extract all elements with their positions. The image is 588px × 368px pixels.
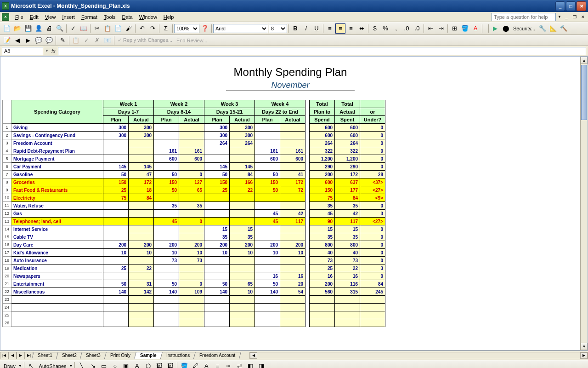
total-plan-cell[interactable]: 600 [310, 124, 335, 132]
total-plan-cell[interactable]: 16 [310, 272, 335, 280]
actual-cell[interactable]: 18 [129, 186, 154, 194]
scroll-thumb[interactable] [581, 65, 587, 120]
plan-cell[interactable]: 140 [204, 288, 230, 296]
table-row[interactable]: 22Miscellaneous1401421401091401014054560… [3, 288, 385, 296]
total-actual-cell[interactable] [335, 296, 360, 304]
plan-cell[interactable]: 140 [103, 288, 129, 296]
actual-cell[interactable]: 42 [280, 210, 305, 218]
total-plan-cell[interactable]: 15 [310, 225, 335, 233]
actual-cell[interactable] [230, 194, 255, 202]
over-under-cell[interactable]: 0 [360, 249, 385, 257]
plan-cell[interactable] [204, 272, 230, 280]
actual-cell[interactable] [179, 163, 204, 171]
category-cell[interactable]: Rapid Debt-Repayment Plan [11, 147, 103, 155]
plan-cell[interactable] [103, 147, 129, 155]
plan-cell[interactable]: 25 [204, 186, 230, 194]
budget-table[interactable]: Spending CategoryWeek 1Week 2Week 3Week … [2, 100, 385, 327]
redo-icon[interactable]: ↷ [147, 23, 158, 34]
actual-cell[interactable] [230, 311, 255, 319]
plan-cell[interactable] [255, 124, 280, 132]
total-plan-cell[interactable] [310, 296, 335, 304]
plan-cell[interactable] [154, 311, 179, 319]
menu-window[interactable]: Window [136, 13, 160, 21]
plan-cell[interactable]: 200 [154, 241, 179, 249]
plan-cell[interactable]: 161 [255, 147, 280, 155]
underline-icon[interactable]: U [311, 23, 322, 34]
actual-cell[interactable]: 10 [230, 288, 255, 296]
actual-cell[interactable]: 117 [280, 218, 305, 225]
total-plan-cell[interactable]: 560 [310, 288, 335, 296]
horizontal-scrollbar[interactable]: ◀ ▶ [249, 352, 588, 359]
name-box[interactable]: A8 [2, 47, 43, 55]
total-plan-cell[interactable]: 150 [310, 186, 335, 194]
help-icon[interactable]: ❓ [200, 23, 210, 34]
plan-cell[interactable] [204, 311, 230, 319]
table-row[interactable]: 2Savings - Contingency Fund3003003003006… [3, 132, 385, 139]
plan-cell[interactable] [154, 139, 179, 147]
total-plan-cell[interactable]: 200 [310, 171, 335, 178]
decimal-inc-icon[interactable]: .0 [401, 23, 412, 34]
plan-cell[interactable]: 150 [255, 178, 280, 186]
total-actual-cell[interactable]: 116 [335, 280, 360, 288]
track-icon[interactable]: 📋 [71, 35, 81, 46]
format-painter-icon[interactable]: 🖌 [124, 23, 134, 34]
category-cell[interactable]: Electricity [11, 194, 103, 202]
actual-cell[interactable] [280, 257, 305, 264]
total-actual-cell[interactable]: 35 [335, 233, 360, 241]
table-row[interactable]: 16Day Care200200200200200200200200800800… [3, 241, 385, 249]
plan-cell[interactable] [204, 304, 230, 311]
show-comment-icon[interactable]: 💬 [34, 35, 44, 46]
actual-cell[interactable] [129, 139, 154, 147]
border-icon[interactable]: ⊞ [449, 23, 459, 34]
total-plan-cell[interactable]: 35 [310, 202, 335, 210]
over-under-cell[interactable]: <37> [360, 178, 385, 186]
align-right-icon[interactable]: ≡ [346, 23, 356, 34]
actual-cell[interactable] [280, 132, 305, 139]
prev-comment-icon[interactable]: ◀ [12, 35, 23, 46]
over-under-cell[interactable]: 0 [360, 272, 385, 280]
table-row[interactable]: 18Auto Insurance737373730 [3, 257, 385, 264]
send-icon[interactable]: 📧 [102, 35, 113, 46]
merge-icon[interactable]: ⬌ [356, 23, 367, 34]
total-actual-cell[interactable]: 22 [335, 264, 360, 272]
plan-cell[interactable] [204, 194, 230, 202]
actual-cell[interactable] [230, 272, 255, 280]
category-cell[interactable]: Auto Insurance [11, 257, 103, 264]
table-row[interactable]: 10Electricity75847584<9> [3, 194, 385, 202]
scroll-down-icon[interactable]: ▼ [581, 343, 588, 350]
plan-cell[interactable]: 50 [255, 171, 280, 178]
plan-cell[interactable]: 45 [255, 210, 280, 218]
actual-cell[interactable] [179, 319, 204, 327]
actual-cell[interactable] [280, 311, 305, 319]
stop-macro-icon[interactable]: ⬤ [501, 23, 511, 34]
over-under-cell[interactable]: 0 [360, 139, 385, 147]
category-cell[interactable]: Gasoline [11, 171, 103, 178]
plan-cell[interactable] [103, 319, 129, 327]
menu-format[interactable]: Format [78, 13, 101, 21]
actual-cell[interactable]: 145 [230, 163, 255, 171]
total-plan-cell[interactable]: 600 [310, 178, 335, 186]
over-under-cell[interactable] [360, 311, 385, 319]
actual-cell[interactable]: 31 [129, 280, 154, 288]
next-comment-icon[interactable]: ▶ [23, 35, 33, 46]
diagram-icon[interactable]: ⬡ [143, 361, 153, 368]
plan-cell[interactable] [204, 264, 230, 272]
category-cell[interactable]: Entertainment [11, 280, 103, 288]
actual-cell[interactable] [129, 319, 154, 327]
total-actual-cell[interactable]: 600 [335, 132, 360, 139]
tab-sheet3[interactable]: Sheet3 [80, 352, 107, 359]
menu-help[interactable]: Help [160, 13, 177, 21]
total-actual-cell[interactable]: 290 [335, 163, 360, 171]
plan-cell[interactable]: 300 [103, 132, 129, 139]
table-row[interactable]: 6Car Payment1451451451452902900 [3, 163, 385, 171]
category-cell[interactable] [11, 311, 103, 319]
category-cell[interactable]: Day Care [11, 241, 103, 249]
actual-cell[interactable] [129, 272, 154, 280]
plan-cell[interactable] [154, 225, 179, 233]
actual-cell[interactable]: 300 [230, 132, 255, 139]
table-row[interactable]: 21Entertainment50315005065502020011684 [3, 280, 385, 288]
total-plan-cell[interactable]: 200 [310, 280, 335, 288]
actual-cell[interactable] [230, 264, 255, 272]
tab-first-icon[interactable]: |◀ [0, 352, 8, 359]
plan-cell[interactable]: 140 [154, 288, 179, 296]
